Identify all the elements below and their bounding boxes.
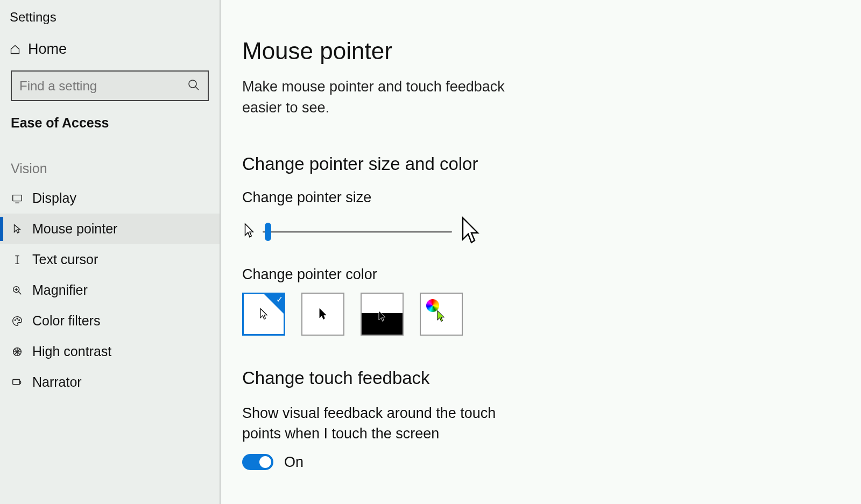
touch-feedback-toggle[interactable] [242, 454, 273, 470]
home-label: Home [28, 41, 67, 58]
touch-feedback-toggle-row: On [242, 454, 835, 471]
sidebar-item-label: High contrast [32, 344, 111, 359]
pointer-size-label: Change pointer size [242, 189, 835, 206]
search-icon [187, 79, 200, 94]
svg-point-10 [17, 318, 18, 319]
pointer-color-options: ✓ [242, 293, 835, 336]
sidebar-item-text-cursor[interactable]: Text cursor [0, 244, 220, 275]
svg-line-1 [195, 87, 199, 90]
sidebar-item-label: Text cursor [32, 252, 98, 267]
touch-feedback-toggle-label: On [284, 454, 304, 471]
section-heading-touch: Change touch feedback [242, 368, 835, 388]
sidebar-item-display[interactable]: Display [0, 183, 220, 214]
zoom-icon [11, 284, 24, 297]
search-input[interactable] [19, 79, 187, 94]
pointer-color-black[interactable] [301, 293, 344, 336]
pointer-size-slider[interactable] [263, 221, 452, 243]
slider-thumb[interactable] [265, 223, 271, 241]
svg-line-6 [18, 291, 22, 294]
checkmark-icon: ✓ [276, 294, 283, 304]
sidebar-item-label: Color filters [32, 313, 100, 329]
svg-point-0 [189, 80, 196, 88]
main-content: Mouse pointer Make mouse pointer and tou… [221, 0, 861, 504]
pointer-color-custom[interactable] [420, 293, 463, 336]
svg-point-11 [19, 320, 20, 321]
monitor-icon [11, 192, 24, 205]
home-link[interactable]: Home [0, 34, 220, 64]
pointer-color-inverted[interactable] [361, 293, 404, 336]
page-title: Mouse pointer [242, 38, 835, 65]
pointer-color-white[interactable]: ✓ [242, 293, 285, 336]
pointer-size-slider-row [242, 216, 835, 248]
sidebar-item-mouse-pointer[interactable]: Mouse pointer [0, 214, 220, 244]
sidebar-item-color-filters[interactable]: Color filters [0, 306, 220, 336]
svg-point-9 [15, 320, 16, 321]
touch-feedback-description: Show visual feedback around the touch po… [242, 403, 533, 444]
search-box[interactable] [11, 70, 209, 101]
contrast-icon [11, 345, 24, 358]
sidebar-item-high-contrast[interactable]: High contrast [0, 336, 220, 367]
pointer-large-icon [458, 216, 482, 248]
sidebar-item-label: Magnifier [32, 282, 88, 298]
svg-rect-17 [13, 379, 20, 384]
palette-icon [11, 315, 24, 328]
pointer-color-label: Change pointer color [242, 266, 835, 283]
sidebar-item-label: Narrator [32, 374, 82, 390]
sidebar: Settings Home Ease of Access Vision Disp… [0, 0, 221, 504]
page-description: Make mouse pointer and touch feedback ea… [242, 76, 544, 118]
toggle-knob [259, 456, 271, 468]
pointer-icon [11, 223, 24, 236]
section-title: Ease of Access [0, 103, 220, 135]
ibeam-icon [11, 253, 24, 266]
home-icon [10, 44, 20, 55]
sidebar-item-label: Display [32, 190, 76, 206]
sidebar-item-magnifier[interactable]: Magnifier [0, 275, 220, 306]
sidebar-item-label: Mouse pointer [32, 221, 117, 237]
slider-track-line [263, 231, 452, 233]
app-title: Settings [0, 5, 220, 34]
pointer-small-icon [242, 223, 256, 241]
section-heading-size-color: Change pointer size and color [242, 154, 835, 174]
narrator-icon [11, 376, 24, 389]
svg-rect-2 [13, 195, 22, 201]
sidebar-item-narrator[interactable]: Narrator [0, 367, 220, 397]
group-label-vision: Vision [0, 135, 220, 183]
